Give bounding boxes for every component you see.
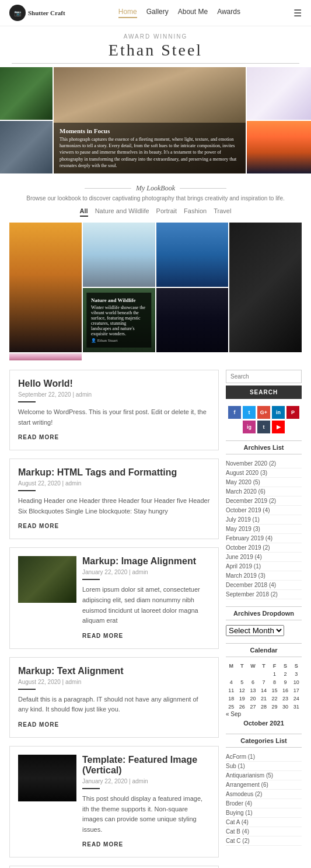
- post-title-1[interactable]: Hello World!: [18, 379, 210, 389]
- linkedin-icon[interactable]: in: [272, 406, 285, 419]
- youtube-icon[interactable]: ▶: [272, 421, 285, 433]
- cal-day[interactable]: 18: [226, 695, 237, 703]
- read-more-3[interactable]: READ MORE: [82, 633, 123, 639]
- archive-item[interactable]: October 2019 (4): [226, 506, 302, 515]
- cal-day[interactable]: 28: [258, 703, 270, 711]
- sidebar-search-button[interactable]: SEARCH: [226, 386, 302, 399]
- cat-item[interactable]: Cat B (4): [226, 827, 302, 836]
- lb-cell-pink[interactable]: [9, 353, 82, 360]
- cal-day[interactable]: 15: [269, 686, 280, 695]
- cal-day[interactable]: 16: [280, 686, 291, 695]
- cal-day[interactable]: 26: [237, 703, 248, 711]
- calendar-prev[interactable]: « Sep: [226, 711, 241, 717]
- lb-cell-snow[interactable]: [83, 223, 155, 287]
- archive-item[interactable]: February 2019 (4): [226, 534, 302, 543]
- post-title-2[interactable]: Markup: HTML Tags and Formatting: [18, 467, 210, 478]
- cal-day[interactable]: 12: [237, 686, 248, 695]
- post-title-5[interactable]: Template: Featured Image (Vertical): [82, 755, 210, 776]
- nav-gallery[interactable]: Gallery: [146, 8, 169, 18]
- gallery-cell-4[interactable]: [0, 121, 53, 173]
- cal-day[interactable]: 29: [269, 703, 280, 711]
- cat-item[interactable]: AcForm (1): [226, 752, 302, 762]
- cal-day[interactable]: 6: [247, 678, 258, 686]
- cal-day[interactable]: 1: [269, 670, 280, 678]
- archive-item[interactable]: March 2019 (3): [226, 571, 302, 581]
- cal-day[interactable]: 14: [258, 686, 270, 695]
- lb-cell-portrait[interactable]: [229, 223, 302, 352]
- nav-awards[interactable]: Awards: [217, 8, 240, 18]
- lb-cell-dog[interactable]: Nature and Wildlife Winter wildlife show…: [83, 288, 155, 352]
- gallery-cell-main[interactable]: Moments in Focus This photograph capture…: [54, 67, 246, 173]
- lb-cell-valley[interactable]: [156, 223, 229, 287]
- cal-day[interactable]: 30: [280, 703, 291, 711]
- archive-item[interactable]: October 2019 (2): [226, 543, 302, 553]
- cal-day[interactable]: 7: [258, 678, 270, 686]
- cal-day[interactable]: 25: [226, 703, 237, 711]
- read-more-2[interactable]: READ MORE: [18, 523, 59, 529]
- cat-item[interactable]: Buying (1): [226, 808, 302, 818]
- post-image-5[interactable]: [18, 755, 76, 801]
- archive-item[interactable]: June 2019 (4): [226, 553, 302, 562]
- read-more-1[interactable]: READ MORE: [18, 434, 59, 440]
- archive-item[interactable]: March 2020 (6): [226, 487, 302, 497]
- facebook-icon[interactable]: f: [228, 406, 241, 419]
- cal-day[interactable]: 24: [291, 695, 302, 703]
- cat-item[interactable]: Asmodeus (2): [226, 790, 302, 799]
- tab-travel[interactable]: Travel: [214, 207, 231, 217]
- archive-item[interactable]: August 2020 (3): [226, 468, 302, 478]
- google-icon[interactable]: G+: [257, 406, 270, 419]
- cat-item[interactable]: Broder (4): [226, 799, 302, 808]
- cal-day[interactable]: 2: [280, 670, 291, 678]
- cat-item[interactable]: Cat A (4): [226, 818, 302, 827]
- cal-day[interactable]: 21: [258, 695, 270, 703]
- nav-about[interactable]: About Me: [178, 8, 208, 18]
- archive-item[interactable]: December 2018 (4): [226, 581, 302, 590]
- cal-day[interactable]: 19: [237, 695, 248, 703]
- tumblr-icon[interactable]: t: [257, 421, 270, 433]
- archive-item[interactable]: May 2020 (5): [226, 478, 302, 487]
- cal-day[interactable]: 11: [226, 686, 237, 695]
- cal-day[interactable]: 27: [247, 703, 258, 711]
- cat-item[interactable]: Antiquarianism (5): [226, 771, 302, 780]
- cal-day[interactable]: 8: [269, 678, 280, 686]
- archive-item[interactable]: July 2019 (1): [226, 515, 302, 525]
- nav-home[interactable]: Home: [118, 8, 137, 18]
- cat-item[interactable]: Sub (1): [226, 762, 302, 771]
- post-title-3[interactable]: Markup: Image Alignment: [82, 556, 210, 567]
- archives-dropdown-select[interactable]: Select Month: [226, 625, 284, 636]
- read-more-5[interactable]: READ MORE: [82, 841, 123, 848]
- cal-day[interactable]: 3: [291, 670, 302, 678]
- sidebar-search-input[interactable]: [226, 370, 302, 383]
- lb-cell-eyes[interactable]: [156, 288, 229, 352]
- cal-day[interactable]: 23: [280, 695, 291, 703]
- archive-item[interactable]: December 2019 (2): [226, 497, 302, 506]
- gallery-cell-1[interactable]: [0, 67, 53, 120]
- gallery-cell-3[interactable]: [247, 67, 311, 120]
- instagram-icon[interactable]: ig: [243, 421, 256, 433]
- tab-portrait[interactable]: Portrait: [156, 207, 177, 217]
- gallery-cell-5[interactable]: [247, 121, 311, 173]
- lb-cell-run[interactable]: [9, 223, 82, 352]
- post-title-4[interactable]: Markup: Text Alignment: [18, 666, 210, 676]
- archive-item[interactable]: September 2018 (2): [226, 590, 302, 599]
- cal-day[interactable]: 20: [247, 695, 258, 703]
- cal-day[interactable]: 10: [291, 678, 302, 686]
- cal-day[interactable]: 31: [291, 703, 302, 711]
- cal-day[interactable]: 17: [291, 686, 302, 695]
- tab-nature[interactable]: Nature and Wildlife: [95, 207, 149, 217]
- read-more-4[interactable]: READ MORE: [18, 721, 59, 728]
- archive-item[interactable]: April 2019 (1): [226, 562, 302, 571]
- archive-item[interactable]: November 2020 (2): [226, 459, 302, 468]
- tab-fashion[interactable]: Fashion: [184, 207, 207, 217]
- cat-item[interactable]: Cat C (2): [226, 836, 302, 846]
- tab-all[interactable]: All: [80, 207, 88, 217]
- cal-day[interactable]: 22: [269, 695, 280, 703]
- archive-item[interactable]: May 2019 (3): [226, 525, 302, 534]
- pinterest-icon[interactable]: P: [286, 406, 299, 419]
- cat-item[interactable]: Arrangement (6): [226, 780, 302, 790]
- cal-day[interactable]: 4: [226, 678, 237, 686]
- hamburger-menu-icon[interactable]: ☰: [293, 8, 302, 19]
- cal-day[interactable]: 13: [247, 686, 258, 695]
- cal-day[interactable]: 5: [237, 678, 248, 686]
- twitter-icon[interactable]: t: [243, 406, 256, 419]
